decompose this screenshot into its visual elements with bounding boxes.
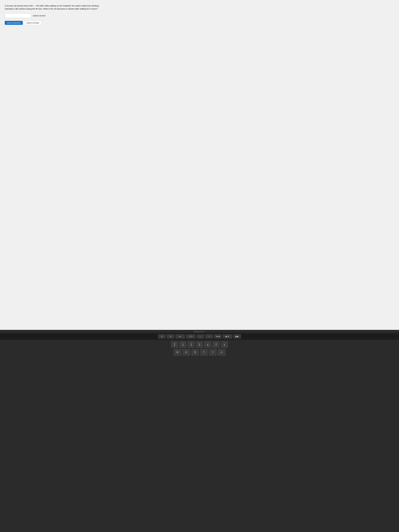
key-t[interactable]: T [200,349,208,356]
tb-rewind[interactable]: ◄◄ [214,334,222,339]
touch-bar: ☀ ✦ ⊞□ ⠿⠿⠿ ⠦⠦ ⠧⠧ ◄◄ ▶⏸ ▶▶ [0,333,399,340]
key-y[interactable]: Y [209,349,217,356]
tb-fast-forward[interactable]: ▶▶ [233,334,241,339]
input-label: calories burned [33,15,45,17]
macbook-label: MacBook Pro [0,330,399,333]
key-3[interactable]: # 3 [179,341,187,348]
screen-area: A 25-year old woman burns 250 — 70t cal/… [0,0,399,330]
tb-play-pause[interactable]: ▶⏸ [223,334,232,339]
jump-to-answer-button[interactable]: Jump to Answer [24,21,42,25]
key-8[interactable]: * 8 [221,341,228,348]
tb-launchpad[interactable]: ⠿⠿⠿ [186,334,196,339]
keyboard-number-row: @ 2 # 3 $ 4 % 5 ^ 6 & 7 * 8 [1,341,398,348]
key-7[interactable]: & 7 [212,341,220,348]
key-e[interactable]: E [182,349,190,356]
input-row: calories burned [5,13,394,18]
button-row: Submit Question Jump to Answer [5,21,394,25]
key-4[interactable]: $ 4 [188,341,195,348]
key-5[interactable]: % 5 [196,341,203,348]
tb-dim-brightness[interactable]: ☀ [158,334,166,339]
key-w[interactable]: W [173,349,181,356]
key-2[interactable]: @ 2 [171,341,178,348]
tb-keyboard-bright[interactable]: ⠧⠧ [205,334,213,339]
key-u[interactable]: U [218,349,226,356]
tb-mission-control[interactable]: ⊞□ [175,334,185,339]
key-r[interactable]: R [191,349,199,356]
tb-increase-brightness[interactable]: ✦ [167,334,175,339]
tb-keyboard-dim[interactable]: ⠦⠦ [196,334,204,339]
question-text: A 25-year old woman burns 250 — 70t cal/… [5,4,100,10]
key-6[interactable]: ^ 6 [204,341,211,348]
keyboard-qwerty-row: W E R T Y U [1,349,398,356]
keyboard-area: @ 2 # 3 $ 4 % 5 ^ 6 & 7 * 8 W [0,340,399,532]
submit-question-button[interactable]: Submit Question [5,21,23,25]
answer-input[interactable] [5,13,31,18]
